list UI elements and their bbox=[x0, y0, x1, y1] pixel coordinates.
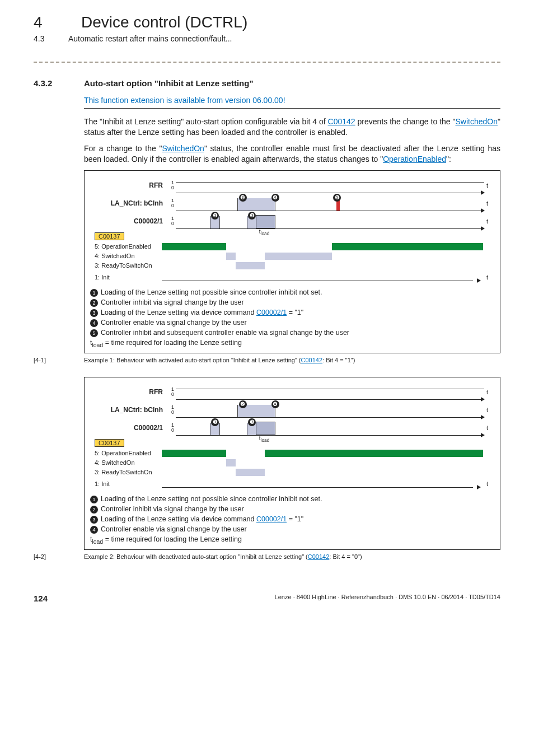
subsection-title: Auto-start option "Inhibit at Lenze sett… bbox=[84, 78, 254, 88]
marker-2-icon: ❷ bbox=[239, 194, 247, 202]
link-c00002-1[interactable]: C00002/1 bbox=[256, 309, 287, 316]
marker-4-icon: ❹ bbox=[271, 194, 279, 202]
marker-5-icon: ❺ bbox=[333, 194, 341, 202]
divider-dashed bbox=[34, 62, 500, 63]
paragraph-1: The "Inhibit at Lenze setting" auto-star… bbox=[84, 116, 500, 138]
link-switchedon[interactable]: SwitchedOn bbox=[162, 144, 204, 153]
section-header: 4.3 Automatic restart after mains connec… bbox=[34, 34, 500, 44]
legend-1: 1Loading of the Lenze setting not possib… bbox=[90, 287, 494, 349]
link-c00142[interactable]: C00142 bbox=[301, 357, 323, 363]
page-footer: 124 Lenze · 8400 HighLine · Referenzhand… bbox=[34, 594, 500, 603]
caption-1: [4-1] Example 1: Behaviour with activate… bbox=[34, 357, 500, 363]
availability-note: This function extension is available fro… bbox=[84, 96, 500, 105]
chapter-header: 4 Device control (DCTRL) bbox=[34, 13, 500, 31]
timing-diagram-1: RFR 10 t LA_NCtrl: bCInh 10 ❷ ❹ ❺ t C000… bbox=[84, 170, 500, 353]
section-title: Automatic restart after mains connection… bbox=[68, 34, 232, 43]
chapter-title: Device control (DCTRL) bbox=[81, 13, 247, 31]
link-c00002-1[interactable]: C00002/1 bbox=[256, 515, 287, 523]
subsection-num: 4.3.2 bbox=[34, 78, 84, 88]
marker-4-icon: ❹ bbox=[271, 400, 279, 408]
caption-2: [4-2] Example 2: Behaviour with deactiva… bbox=[34, 553, 500, 560]
link-switchedon[interactable]: SwitchedOn bbox=[456, 117, 498, 126]
chapter-num: 4 bbox=[34, 13, 43, 31]
divider bbox=[84, 108, 500, 109]
link-c00142[interactable]: C00142 bbox=[328, 117, 355, 126]
page-number: 124 bbox=[34, 594, 48, 603]
timing-diagram-2: RFR 10 t LA_NCtrl: bCInh 10 ❷ ❹ t C00002… bbox=[84, 377, 500, 550]
legend-2: 1Loading of the Lenze setting not possib… bbox=[90, 494, 494, 546]
section-num: 4.3 bbox=[34, 34, 44, 43]
state-grid: 5: OperationEnabled 4: SwitchedOn 3: Rea… bbox=[90, 449, 494, 491]
footer-text: Lenze · 8400 HighLine · Referenzhandbuch… bbox=[275, 594, 500, 603]
link-c00142[interactable]: C00142 bbox=[308, 553, 330, 560]
link-operationenabled[interactable]: OperationEnabled bbox=[383, 155, 446, 164]
paragraph-2: For a change to the "SwitchedOn" status,… bbox=[84, 143, 500, 165]
state-grid: 5: OperationEnabled 4: SwitchedOn 3: Rea… bbox=[90, 242, 494, 284]
